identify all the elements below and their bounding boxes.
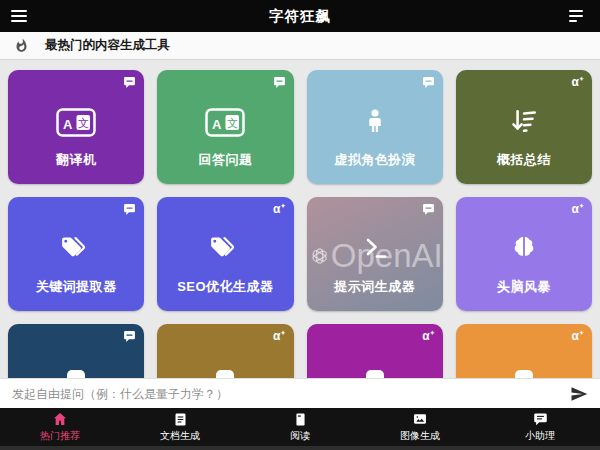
tool-card-翻译机[interactable]: A 文翻译机 [8,70,144,184]
assistant-icon [533,412,548,427]
tool-card-回答问题[interactable]: A 文回答问题 [157,70,293,184]
book-icon [293,412,308,427]
chat-bubble-icon [123,76,136,92]
alpha-badge-icon: α✦ [572,76,584,88]
free-question-input[interactable] [12,387,562,401]
brain-icon [456,235,592,261]
svg-text:文: 文 [78,117,89,129]
summarize-icon [456,108,592,136]
tool-card-虚拟角色扮演[interactable]: 虚拟角色扮演 [307,70,443,184]
prompt-icon [307,235,443,261]
section-title: 最热门的内容生成工具 [45,37,170,54]
nav-item-label: 热门推荐 [40,429,80,443]
tool-card-label: 回答问题 [157,151,293,169]
tool-card-label: 关键词提取器 [8,278,144,296]
app-root: 字符狂飙 最热门的内容生成工具 A 文翻译机 A 文回答问题 虚拟角色扮演α✦ [0,0,600,450]
tool-card-头脑风暴[interactable]: α✦ 头脑风暴 [456,197,592,311]
translate-icon: A 文 [157,108,293,137]
tool-icon [366,370,384,378]
sort-menu-icon[interactable] [569,8,589,24]
tool-card-提示词生成器[interactable]: OpenAI 提示词生成器 [307,197,443,311]
alpha-badge-icon: α✦ [422,330,434,342]
svg-text:A: A [212,117,222,132]
tool-card[interactable]: α✦ [157,324,293,378]
alpha-badge-icon: α✦ [273,330,285,342]
document-icon [173,412,188,427]
tool-card-label: 虚拟角色扮演 [307,151,443,169]
tool-icon [216,370,234,378]
hamburger-menu-icon[interactable] [11,8,31,24]
translate-icon: A 文 [8,108,144,137]
tool-card-SEO优化生成器[interactable]: α✦ SEO优化生成器 [157,197,293,311]
tool-card-label: 头脑风暴 [456,278,592,296]
nav-item-label: 文档生成 [160,429,200,443]
home-icon [52,411,68,427]
person-icon [307,108,443,134]
tool-card-label: SEO优化生成器 [157,278,293,296]
nav-item-label: 阅读 [290,429,310,443]
app-title: 字符狂飙 [0,7,600,26]
tool-card-label: 提示词生成器 [307,278,443,296]
tools-grid: A 文翻译机 A 文回答问题 虚拟角色扮演α✦ 概括总结 关键词提取器α✦ SE… [0,60,600,378]
nav-item-热门推荐[interactable]: 热门推荐 [0,408,120,446]
flame-icon [14,38,29,53]
nav-item-label: 图像生成 [400,429,440,443]
section-header: 最热门的内容生成工具 [0,32,600,60]
tool-card-关键词提取器[interactable]: 关键词提取器 [8,197,144,311]
tool-icon [67,370,85,378]
bottom-nav: 热门推荐 文档生成 阅读 图像生成 小助理 [0,408,600,446]
alpha-badge-icon: α✦ [572,330,584,342]
tool-card[interactable]: α✦ [307,324,443,378]
alpha-badge-icon: α✦ [273,203,285,215]
chat-bubble-icon [123,330,136,346]
alpha-badge-icon: α✦ [572,203,584,215]
nav-item-小助理[interactable]: 小助理 [480,408,600,446]
bottom-strip [0,446,600,450]
free-question-bar [0,378,600,408]
svg-text:A: A [63,117,73,132]
tool-icon [515,370,533,378]
tool-card[interactable] [8,324,144,378]
nav-item-阅读[interactable]: 阅读 [240,408,360,446]
tool-card-label: 翻译机 [8,151,144,169]
chat-bubble-icon [422,203,435,219]
top-header: 字符狂飙 [0,0,600,32]
tool-card-label: 概括总结 [456,151,592,169]
nav-item-label: 小助理 [525,429,555,443]
tags-icon [157,235,293,263]
send-icon[interactable] [570,385,588,403]
svg-text:文: 文 [227,117,238,129]
tags-icon [8,235,144,263]
chat-bubble-icon [273,76,286,92]
tool-card-概括总结[interactable]: α✦ 概括总结 [456,70,592,184]
nav-item-图像生成[interactable]: 图像生成 [360,408,480,446]
chat-bubble-icon [123,203,136,219]
tool-card[interactable]: α✦ [456,324,592,378]
nav-item-文档生成[interactable]: 文档生成 [120,408,240,446]
chat-bubble-icon [422,76,435,92]
image-icon [412,411,428,427]
